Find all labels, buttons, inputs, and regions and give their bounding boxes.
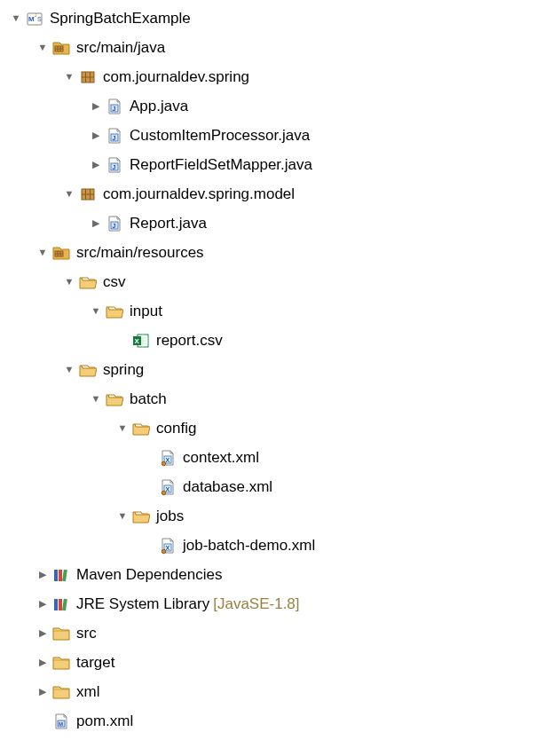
expand-arrow-icon[interactable]: ▶ xyxy=(35,626,50,640)
folder-xml[interactable]: xml xyxy=(76,681,99,703)
i-java-icon xyxy=(105,97,124,116)
folder-config[interactable]: config xyxy=(156,418,196,439)
tree-row[interactable]: ▶ database.xml xyxy=(4,472,536,501)
tree-row[interactable]: ▶ pom.xml xyxy=(4,706,536,736)
expand-arrow-icon[interactable]: ▶ xyxy=(89,217,103,230)
tree-row[interactable]: ▼ jobs xyxy=(4,501,536,531)
tree-row[interactable]: ▼ batch xyxy=(4,384,536,413)
i-folder-open-icon xyxy=(78,360,98,380)
expand-arrow-icon[interactable]: ▼ xyxy=(35,41,50,54)
i-folder-open-icon xyxy=(105,390,124,409)
tree-row[interactable]: ▶ context.xml xyxy=(4,443,536,472)
i-package-icon xyxy=(78,67,98,87)
folder-jobs[interactable]: jobs xyxy=(156,506,184,527)
tree-row[interactable]: ▶ App.java xyxy=(4,91,536,121)
file-job-batch-demo-xml[interactable]: job-batch-demo.xml xyxy=(183,535,315,556)
tree-row[interactable]: ▶ xml xyxy=(4,677,536,706)
tree-row[interactable]: ▶ ReportFieldSetMapper.java xyxy=(4,150,536,179)
tree-row[interactable]: ▶ Maven Dependencies xyxy=(4,560,536,589)
tree-row[interactable]: ▼ spring xyxy=(4,355,536,384)
file-customitemprocessor-java[interactable]: CustomItemProcessor.java xyxy=(130,125,310,146)
expand-arrow-icon[interactable]: ▼ xyxy=(62,70,76,83)
tree-row[interactable]: ▼ src/main/java xyxy=(4,33,536,62)
tree-row[interactable]: ▼ csv xyxy=(4,267,536,296)
i-folder-open-icon xyxy=(78,272,98,292)
expand-arrow-icon[interactable]: ▼ xyxy=(62,187,76,201)
file-reportfieldsetmapper-java[interactable]: ReportFieldSetMapper.java xyxy=(130,154,312,176)
folder-src[interactable]: src xyxy=(76,623,97,644)
i-lib-icon xyxy=(51,565,71,585)
i-xml-icon xyxy=(158,536,177,555)
jre-system-library[interactable]: JRE System Library xyxy=(76,594,209,615)
folder-input[interactable]: input xyxy=(130,301,162,322)
tree-row[interactable]: ▼ src/main/resources xyxy=(4,238,536,267)
i-java-icon xyxy=(105,155,124,175)
expand-arrow-icon[interactable]: ▶ xyxy=(35,568,50,581)
i-pkgfolder-icon xyxy=(51,243,71,263)
expand-arrow-icon[interactable]: ▼ xyxy=(9,12,23,25)
tree-row[interactable]: ▼ com.journaldev.spring.model xyxy=(4,179,536,209)
expand-arrow-icon[interactable]: ▼ xyxy=(115,421,130,435)
expand-arrow-icon[interactable]: ▶ xyxy=(89,129,103,142)
tree-row[interactable]: ▶ job-batch-demo.xml xyxy=(4,531,536,560)
expand-arrow-icon[interactable]: ▶ xyxy=(89,158,103,171)
i-lib-icon xyxy=(51,595,71,614)
folder-target[interactable]: target xyxy=(76,652,114,673)
expand-arrow-icon[interactable]: ▼ xyxy=(62,363,76,376)
tree-row[interactable]: ▼ input xyxy=(4,296,536,326)
i-folder-icon xyxy=(51,624,71,643)
i-folder-icon xyxy=(51,682,71,702)
tree-row[interactable]: ▼ SpringBatchExample xyxy=(4,4,536,33)
tree-row[interactable]: ▶ Report.java xyxy=(4,209,536,238)
i-folder-open-icon xyxy=(131,507,151,526)
i-java-icon xyxy=(105,126,124,146)
folder-spring[interactable]: spring xyxy=(103,359,144,381)
src-main-java-folder[interactable]: src/main/java xyxy=(76,37,165,59)
folder-csv[interactable]: csv xyxy=(103,272,126,293)
file-report-java[interactable]: Report.java xyxy=(130,213,207,234)
i-excel-icon xyxy=(131,331,151,350)
package-spring-model[interactable]: com.journaldev.spring.model xyxy=(103,184,295,205)
jre-version-decor: [JavaSE-1.8] xyxy=(213,594,299,615)
tree-row[interactable]: ▼ config xyxy=(4,413,536,443)
i-package-icon xyxy=(78,185,98,204)
file-pom-xml[interactable]: pom.xml xyxy=(76,711,133,732)
expand-arrow-icon[interactable]: ▶ xyxy=(89,99,103,113)
i-xml-icon xyxy=(158,477,177,497)
file-database-xml[interactable]: database.xml xyxy=(183,476,272,498)
expand-arrow-icon[interactable]: ▼ xyxy=(115,509,130,523)
tree-row[interactable]: ▶ JRE System Library [JavaSE-1.8] xyxy=(4,589,536,618)
tree-row[interactable]: ▶ CustomItemProcessor.java xyxy=(4,121,536,150)
i-pkgfolder-icon xyxy=(51,38,71,58)
project-root[interactable]: SpringBatchExample xyxy=(50,8,191,29)
expand-arrow-icon[interactable]: ▶ xyxy=(35,656,50,669)
tree-row[interactable]: ▼ com.journaldev.spring xyxy=(4,62,536,91)
tree-row[interactable]: ▶ report.csv xyxy=(4,326,536,355)
expand-arrow-icon[interactable]: ▼ xyxy=(89,392,103,406)
i-mfile-icon xyxy=(51,712,71,731)
maven-dependencies[interactable]: Maven Dependencies xyxy=(76,564,222,586)
i-folder-icon xyxy=(51,653,71,673)
i-folder-open-icon xyxy=(131,419,151,438)
package-spring[interactable]: com.journaldev.spring xyxy=(103,67,249,88)
i-java-icon xyxy=(105,214,124,233)
tree-row[interactable]: ▶ src xyxy=(4,618,536,648)
i-folder-open-icon xyxy=(105,302,124,321)
src-main-resources-folder[interactable]: src/main/resources xyxy=(76,242,204,264)
folder-batch[interactable]: batch xyxy=(130,389,167,410)
file-context-xml[interactable]: context.xml xyxy=(183,447,259,469)
file-report-csv[interactable]: report.csv xyxy=(156,330,223,351)
file-app-java[interactable]: App.java xyxy=(130,96,188,117)
expand-arrow-icon[interactable]: ▶ xyxy=(35,597,50,610)
expand-arrow-icon[interactable]: ▼ xyxy=(89,304,103,318)
expand-arrow-icon[interactable]: ▼ xyxy=(35,246,50,259)
i-maven-icon xyxy=(25,9,44,28)
expand-arrow-icon[interactable]: ▶ xyxy=(35,685,50,698)
i-xml-icon xyxy=(158,448,177,468)
expand-arrow-icon[interactable]: ▼ xyxy=(62,275,76,288)
tree-row[interactable]: ▶ target xyxy=(4,648,536,677)
